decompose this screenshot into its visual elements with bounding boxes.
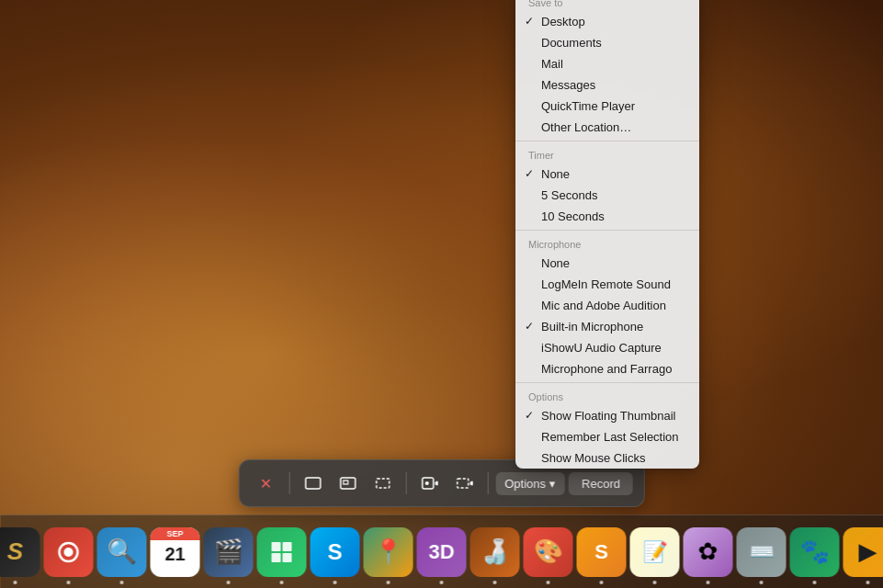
dock-item-calendar[interactable]: SEP 21 [151,527,200,577]
divider-3 [515,382,699,383]
divider-2 [515,230,699,231]
menu-item-5-seconds[interactable]: 5 Seconds [515,185,699,206]
dock-item-pixelmator[interactable]: 🎨 [524,527,573,577]
record-selection-button[interactable] [448,468,480,499]
svg-point-5 [425,481,428,485]
dock-item-keystroke[interactable]: ⌨️ [737,527,787,577]
separator-2 [405,472,406,494]
svg-rect-13 [272,553,281,562]
menu-item-10-seconds[interactable]: 10 Seconds [515,206,699,227]
record-screen-button[interactable] [413,468,445,499]
svg-point-6 [435,481,438,486]
dock-item-skype[interactable]: S [311,527,360,577]
separator-3 [487,472,488,494]
svg-rect-12 [283,542,292,551]
menu-item-documents[interactable]: Documents [515,32,699,53]
menu-item-remember-selection[interactable]: Remember Last Selection [515,426,699,447]
svg-rect-3 [376,479,389,488]
menu-item-none-timer[interactable]: None [515,164,699,185]
menu-item-ishowu[interactable]: iShowU Audio Capture [515,337,699,358]
dock-item-numbers[interactable] [257,527,307,577]
svg-point-8 [470,481,473,486]
menu-item-mic-adobe[interactable]: Mic and Adobe Audition [515,295,699,316]
capture-window-button[interactable] [297,468,328,499]
menu-item-other-location[interactable]: Other Location… [515,117,699,138]
dock-item-preview[interactable]: 🔍 [97,527,147,577]
chevron-down-icon: ▾ [549,477,556,491]
record-label: Record [582,477,620,491]
options-dropdown: Save to Desktop Documents Mail Messages … [515,0,699,469]
menu-item-desktop[interactable]: Desktop [515,11,699,32]
dock-item-stickies[interactable]: 📝 [630,527,680,577]
save-to-header: Save to [515,0,699,11]
divider-1 [515,141,699,141]
record-button[interactable]: Record [569,472,633,495]
dock-item-plex[interactable]: ▶ [843,527,884,577]
svg-rect-11 [272,542,281,551]
svg-rect-14 [283,553,292,562]
dock-item-maps[interactable]: 📍 [364,527,413,577]
svg-rect-0 [305,478,320,489]
svg-rect-2 [343,481,347,484]
dock-item-paw[interactable]: 🐾 [790,527,840,577]
capture-selection-button[interactable] [367,468,398,499]
dock-item-juicebox[interactable]: 🍶 [470,527,520,577]
dock: S 🔍 SEP 21 🎬 S 📍 3D 🍶 🎨 [0,514,883,588]
menu-item-logmein[interactable]: LogMeIn Remote Sound [515,274,699,295]
options-button[interactable]: Options ▾ [495,472,565,495]
menu-item-floating-thumbnail[interactable]: Show Floating Thumbnail [515,405,699,426]
menu-item-none-mic[interactable]: None [515,253,699,274]
dock-item-3d[interactable]: 3D [417,527,467,577]
options-header: Options [515,386,699,405]
svg-point-10 [64,548,74,557]
menu-item-messages[interactable]: Messages [515,74,699,96]
menu-item-show-mouse-clicks[interactable]: Show Mouse Clicks [515,447,699,469]
capture-screen-button[interactable] [332,468,363,499]
menu-item-builtin-mic[interactable]: Built-in Microphone [515,316,699,337]
options-label: Options [504,477,546,491]
close-button[interactable]: ✕ [250,468,281,499]
menu-item-mic-farrago[interactable]: Microphone and Farrago [515,358,699,379]
dock-item-omnifocus[interactable] [44,527,94,577]
timer-header: Timer [515,144,699,164]
svg-rect-7 [457,479,468,488]
dock-item-scrivener[interactable]: S [0,527,40,577]
dock-item-keynote[interactable]: 🎬 [204,527,254,577]
menu-item-quicktime[interactable]: QuickTime Player [515,96,699,117]
separator-1 [289,472,289,494]
dock-item-slides[interactable]: S [577,527,627,577]
menu-item-mail[interactable]: Mail [515,53,699,74]
dock-item-lotus[interactable]: ✿ [684,527,733,577]
microphone-header: Microphone [515,233,699,253]
